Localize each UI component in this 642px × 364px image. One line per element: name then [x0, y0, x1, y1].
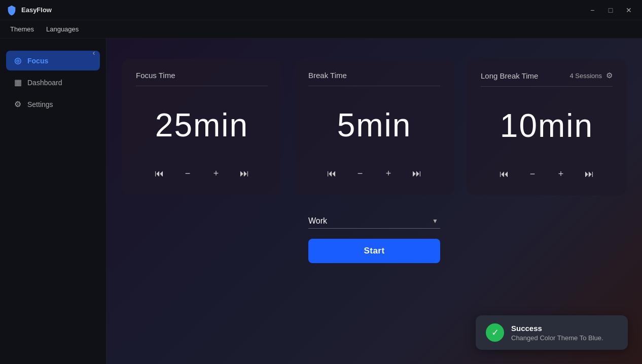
sidebar: ‹ ◎ Focus ▦ Dashboard ⚙ Settings: [0, 39, 106, 364]
bottom-controls: Work Study Personal Exercise ▼ Start: [308, 213, 440, 263]
long-break-card: Long Break Time 4 Sessions ⚙ 10min ⏮ − +…: [467, 59, 627, 195]
timer-cards-row: Focus Time 25min ⏮ − + ⏭ Break Time 5min…: [122, 59, 627, 195]
long-break-card-header: Long Break Time 4 Sessions ⚙: [481, 71, 613, 87]
toast-title: Success: [511, 324, 603, 333]
settings-icon: ⚙: [13, 99, 22, 109]
focus-skip-back-button[interactable]: ⏮: [150, 164, 168, 183]
break-skip-back-button[interactable]: ⏮: [323, 164, 341, 183]
break-card-header: Break Time: [308, 71, 440, 86]
break-minus-button[interactable]: −: [351, 164, 369, 183]
app-title: EasyFlow: [21, 6, 52, 14]
break-timer-controls: ⏮ − + ⏭: [323, 164, 426, 183]
checkmark-icon: ✓: [491, 327, 499, 338]
long-break-settings-button[interactable]: ⚙: [606, 71, 613, 80]
break-time-card: Break Time 5min ⏮ − + ⏭: [294, 59, 454, 195]
long-break-timer-controls: ⏮ − + ⏭: [495, 165, 598, 183]
focus-timer-controls: ⏮ − + ⏭: [150, 164, 254, 183]
focus-card-header: Focus Time: [136, 71, 268, 86]
toast-message: Changed Color Theme To Blue.: [511, 334, 603, 342]
toast-notification: ✓ Success Changed Color Theme To Blue.: [476, 315, 628, 350]
long-break-card-title: Long Break Time: [481, 71, 538, 80]
focus-card-title: Focus Time: [136, 71, 175, 80]
long-break-skip-back-button[interactable]: ⏮: [495, 165, 513, 183]
sidebar-item-dashboard[interactable]: ▦ Dashboard: [6, 72, 100, 92]
break-plus-button[interactable]: +: [379, 164, 398, 183]
long-break-minus-button[interactable]: −: [523, 165, 542, 183]
work-selector-wrapper: Work Study Personal Exercise ▼: [308, 213, 440, 229]
menu-languages[interactable]: Languages: [40, 23, 85, 35]
focus-skip-forward-button[interactable]: ⏭: [235, 164, 254, 183]
focus-icon: ◎: [13, 56, 22, 65]
sidebar-nav: ◎ Focus ▦ Dashboard ⚙ Settings: [6, 51, 100, 114]
sidebar-item-focus-label: Focus: [27, 57, 48, 65]
dashboard-icon: ▦: [13, 78, 22, 87]
toast-success-icon: ✓: [486, 323, 504, 342]
titlebar-left: EasyFlow: [6, 5, 52, 16]
focus-time-card: Focus Time 25min ⏮ − + ⏭: [122, 59, 282, 195]
close-button[interactable]: ✕: [622, 5, 636, 16]
start-button[interactable]: Start: [308, 239, 440, 263]
focus-timer-display: 25min: [155, 106, 248, 144]
sidebar-item-settings-label: Settings: [27, 100, 53, 108]
toast-content: Success Changed Color Theme To Blue.: [511, 324, 603, 342]
maximize-button[interactable]: □: [603, 5, 618, 16]
sessions-label: 4 Sessions: [569, 72, 602, 80]
focus-plus-button[interactable]: +: [207, 164, 225, 183]
menu-themes[interactable]: Themes: [4, 23, 40, 35]
long-break-timer-display: 10min: [500, 107, 593, 144]
sidebar-item-settings[interactable]: ⚙ Settings: [6, 94, 100, 114]
long-break-card-meta: 4 Sessions ⚙: [569, 71, 613, 80]
main-layout: ‹ ◎ Focus ▦ Dashboard ⚙ Settings Focus T…: [0, 39, 642, 364]
break-card-title: Break Time: [308, 71, 347, 80]
main-content: Focus Time 25min ⏮ − + ⏭ Break Time 5min…: [106, 39, 642, 364]
focus-minus-button[interactable]: −: [179, 164, 197, 183]
work-selector[interactable]: Work Study Personal Exercise: [308, 213, 440, 229]
long-break-skip-forward-button[interactable]: ⏭: [580, 165, 598, 183]
sidebar-item-focus[interactable]: ◎ Focus: [6, 51, 100, 70]
sidebar-collapse-button[interactable]: ‹: [88, 47, 100, 59]
long-break-plus-button[interactable]: +: [552, 165, 570, 183]
window-controls: − □ ✕: [585, 5, 636, 16]
app-logo-icon: [6, 5, 17, 16]
titlebar: EasyFlow − □ ✕: [0, 0, 642, 20]
break-timer-display: 5min: [337, 106, 412, 144]
break-skip-forward-button[interactable]: ⏭: [408, 164, 426, 183]
minimize-button[interactable]: −: [585, 5, 599, 16]
menubar: Themes Languages: [0, 20, 642, 39]
sidebar-item-dashboard-label: Dashboard: [27, 79, 62, 87]
